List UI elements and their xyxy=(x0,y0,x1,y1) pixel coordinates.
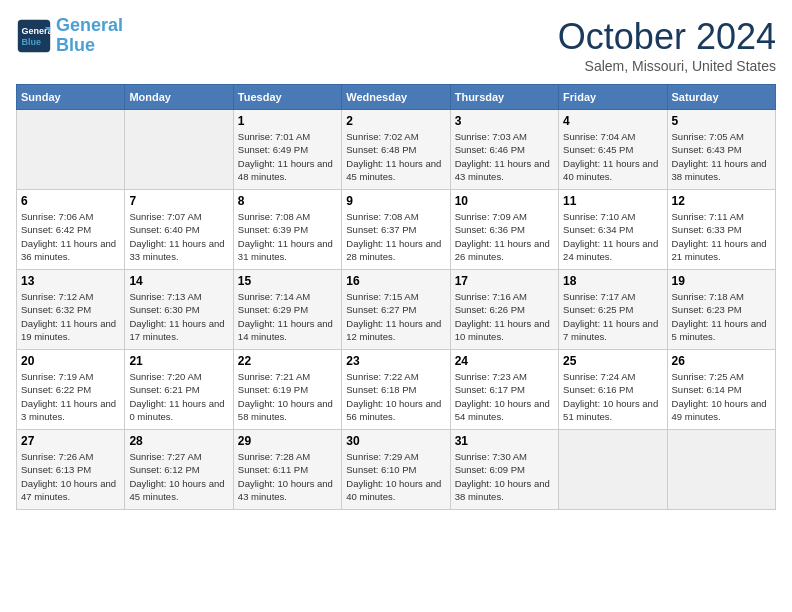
calendar-table: SundayMondayTuesdayWednesdayThursdayFrid… xyxy=(16,84,776,510)
day-number: 2 xyxy=(346,114,445,128)
day-number: 8 xyxy=(238,194,337,208)
day-info: Sunrise: 7:02 AM Sunset: 6:48 PM Dayligh… xyxy=(346,130,445,183)
calendar-cell: 24Sunrise: 7:23 AM Sunset: 6:17 PM Dayli… xyxy=(450,350,558,430)
day-number: 30 xyxy=(346,434,445,448)
calendar-cell xyxy=(559,430,667,510)
day-info: Sunrise: 7:03 AM Sunset: 6:46 PM Dayligh… xyxy=(455,130,554,183)
day-info: Sunrise: 7:27 AM Sunset: 6:12 PM Dayligh… xyxy=(129,450,228,503)
title-block: October 2024 Salem, Missouri, United Sta… xyxy=(558,16,776,74)
weekday-header: Thursday xyxy=(450,85,558,110)
calendar-cell: 14Sunrise: 7:13 AM Sunset: 6:30 PM Dayli… xyxy=(125,270,233,350)
calendar-cell: 4Sunrise: 7:04 AM Sunset: 6:45 PM Daylig… xyxy=(559,110,667,190)
calendar-week-row: 13Sunrise: 7:12 AM Sunset: 6:32 PM Dayli… xyxy=(17,270,776,350)
day-info: Sunrise: 7:09 AM Sunset: 6:36 PM Dayligh… xyxy=(455,210,554,263)
calendar-cell: 7Sunrise: 7:07 AM Sunset: 6:40 PM Daylig… xyxy=(125,190,233,270)
calendar-cell: 2Sunrise: 7:02 AM Sunset: 6:48 PM Daylig… xyxy=(342,110,450,190)
page-header: General Blue General Blue October 2024 S… xyxy=(16,16,776,74)
calendar-cell: 27Sunrise: 7:26 AM Sunset: 6:13 PM Dayli… xyxy=(17,430,125,510)
calendar-week-row: 6Sunrise: 7:06 AM Sunset: 6:42 PM Daylig… xyxy=(17,190,776,270)
day-info: Sunrise: 7:06 AM Sunset: 6:42 PM Dayligh… xyxy=(21,210,120,263)
day-number: 26 xyxy=(672,354,771,368)
calendar-cell: 3Sunrise: 7:03 AM Sunset: 6:46 PM Daylig… xyxy=(450,110,558,190)
calendar-cell: 8Sunrise: 7:08 AM Sunset: 6:39 PM Daylig… xyxy=(233,190,341,270)
calendar-cell: 16Sunrise: 7:15 AM Sunset: 6:27 PM Dayli… xyxy=(342,270,450,350)
day-number: 11 xyxy=(563,194,662,208)
calendar-cell: 25Sunrise: 7:24 AM Sunset: 6:16 PM Dayli… xyxy=(559,350,667,430)
calendar-cell: 6Sunrise: 7:06 AM Sunset: 6:42 PM Daylig… xyxy=(17,190,125,270)
day-number: 6 xyxy=(21,194,120,208)
day-info: Sunrise: 7:04 AM Sunset: 6:45 PM Dayligh… xyxy=(563,130,662,183)
day-info: Sunrise: 7:16 AM Sunset: 6:26 PM Dayligh… xyxy=(455,290,554,343)
calendar-cell: 18Sunrise: 7:17 AM Sunset: 6:25 PM Dayli… xyxy=(559,270,667,350)
day-info: Sunrise: 7:30 AM Sunset: 6:09 PM Dayligh… xyxy=(455,450,554,503)
calendar-week-row: 27Sunrise: 7:26 AM Sunset: 6:13 PM Dayli… xyxy=(17,430,776,510)
calendar-cell: 13Sunrise: 7:12 AM Sunset: 6:32 PM Dayli… xyxy=(17,270,125,350)
weekday-header: Wednesday xyxy=(342,85,450,110)
day-number: 25 xyxy=(563,354,662,368)
calendar-cell xyxy=(17,110,125,190)
weekday-header: Saturday xyxy=(667,85,775,110)
day-info: Sunrise: 7:07 AM Sunset: 6:40 PM Dayligh… xyxy=(129,210,228,263)
calendar-week-row: 1Sunrise: 7:01 AM Sunset: 6:49 PM Daylig… xyxy=(17,110,776,190)
day-info: Sunrise: 7:25 AM Sunset: 6:14 PM Dayligh… xyxy=(672,370,771,423)
day-info: Sunrise: 7:23 AM Sunset: 6:17 PM Dayligh… xyxy=(455,370,554,423)
day-info: Sunrise: 7:22 AM Sunset: 6:18 PM Dayligh… xyxy=(346,370,445,423)
day-info: Sunrise: 7:28 AM Sunset: 6:11 PM Dayligh… xyxy=(238,450,337,503)
day-info: Sunrise: 7:12 AM Sunset: 6:32 PM Dayligh… xyxy=(21,290,120,343)
day-number: 18 xyxy=(563,274,662,288)
day-number: 12 xyxy=(672,194,771,208)
day-info: Sunrise: 7:26 AM Sunset: 6:13 PM Dayligh… xyxy=(21,450,120,503)
day-info: Sunrise: 7:15 AM Sunset: 6:27 PM Dayligh… xyxy=(346,290,445,343)
calendar-cell: 11Sunrise: 7:10 AM Sunset: 6:34 PM Dayli… xyxy=(559,190,667,270)
calendar-cell: 19Sunrise: 7:18 AM Sunset: 6:23 PM Dayli… xyxy=(667,270,775,350)
day-number: 19 xyxy=(672,274,771,288)
calendar-week-row: 20Sunrise: 7:19 AM Sunset: 6:22 PM Dayli… xyxy=(17,350,776,430)
day-number: 15 xyxy=(238,274,337,288)
day-info: Sunrise: 7:24 AM Sunset: 6:16 PM Dayligh… xyxy=(563,370,662,423)
calendar-cell: 28Sunrise: 7:27 AM Sunset: 6:12 PM Dayli… xyxy=(125,430,233,510)
calendar-cell: 21Sunrise: 7:20 AM Sunset: 6:21 PM Dayli… xyxy=(125,350,233,430)
day-number: 17 xyxy=(455,274,554,288)
calendar-cell xyxy=(125,110,233,190)
day-number: 20 xyxy=(21,354,120,368)
svg-text:Blue: Blue xyxy=(21,37,41,47)
day-number: 23 xyxy=(346,354,445,368)
weekday-header-row: SundayMondayTuesdayWednesdayThursdayFrid… xyxy=(17,85,776,110)
calendar-cell: 29Sunrise: 7:28 AM Sunset: 6:11 PM Dayli… xyxy=(233,430,341,510)
day-number: 13 xyxy=(21,274,120,288)
calendar-cell: 1Sunrise: 7:01 AM Sunset: 6:49 PM Daylig… xyxy=(233,110,341,190)
day-number: 22 xyxy=(238,354,337,368)
logo-icon: General Blue xyxy=(16,18,52,54)
day-number: 5 xyxy=(672,114,771,128)
calendar-cell: 5Sunrise: 7:05 AM Sunset: 6:43 PM Daylig… xyxy=(667,110,775,190)
day-number: 4 xyxy=(563,114,662,128)
day-info: Sunrise: 7:29 AM Sunset: 6:10 PM Dayligh… xyxy=(346,450,445,503)
logo: General Blue General Blue xyxy=(16,16,123,56)
day-info: Sunrise: 7:13 AM Sunset: 6:30 PM Dayligh… xyxy=(129,290,228,343)
day-number: 31 xyxy=(455,434,554,448)
day-info: Sunrise: 7:08 AM Sunset: 6:37 PM Dayligh… xyxy=(346,210,445,263)
day-info: Sunrise: 7:17 AM Sunset: 6:25 PM Dayligh… xyxy=(563,290,662,343)
calendar-cell: 31Sunrise: 7:30 AM Sunset: 6:09 PM Dayli… xyxy=(450,430,558,510)
calendar-cell: 10Sunrise: 7:09 AM Sunset: 6:36 PM Dayli… xyxy=(450,190,558,270)
day-number: 9 xyxy=(346,194,445,208)
calendar-cell: 15Sunrise: 7:14 AM Sunset: 6:29 PM Dayli… xyxy=(233,270,341,350)
location: Salem, Missouri, United States xyxy=(558,58,776,74)
logo-blue: Blue xyxy=(56,35,95,55)
calendar-cell: 23Sunrise: 7:22 AM Sunset: 6:18 PM Dayli… xyxy=(342,350,450,430)
day-info: Sunrise: 7:11 AM Sunset: 6:33 PM Dayligh… xyxy=(672,210,771,263)
day-info: Sunrise: 7:19 AM Sunset: 6:22 PM Dayligh… xyxy=(21,370,120,423)
calendar-cell: 9Sunrise: 7:08 AM Sunset: 6:37 PM Daylig… xyxy=(342,190,450,270)
day-info: Sunrise: 7:08 AM Sunset: 6:39 PM Dayligh… xyxy=(238,210,337,263)
day-number: 3 xyxy=(455,114,554,128)
calendar-cell: 17Sunrise: 7:16 AM Sunset: 6:26 PM Dayli… xyxy=(450,270,558,350)
day-number: 7 xyxy=(129,194,228,208)
day-number: 29 xyxy=(238,434,337,448)
weekday-header: Sunday xyxy=(17,85,125,110)
day-number: 10 xyxy=(455,194,554,208)
day-number: 14 xyxy=(129,274,228,288)
logo-general: General xyxy=(56,15,123,35)
day-number: 1 xyxy=(238,114,337,128)
day-info: Sunrise: 7:05 AM Sunset: 6:43 PM Dayligh… xyxy=(672,130,771,183)
day-info: Sunrise: 7:21 AM Sunset: 6:19 PM Dayligh… xyxy=(238,370,337,423)
